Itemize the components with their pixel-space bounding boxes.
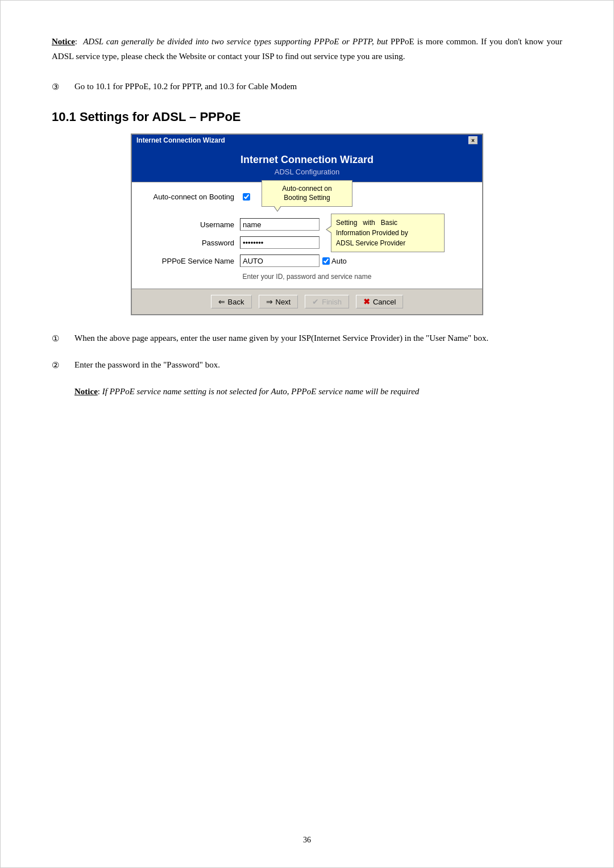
step1-num: ① (52, 331, 74, 345)
bottom-notice: Notice: If PPPoE service name setting is… (74, 385, 562, 398)
back-button[interactable]: ⇐ Back (211, 295, 252, 308)
callout-auto-text: Auto-connect onBooting Setting (282, 185, 331, 202)
next-button[interactable]: ⇒ Next (259, 295, 298, 308)
step2-text: Enter the password in the "Password" box… (74, 358, 562, 372)
wizard-header: Internet Connection Wizard ADSL Configur… (132, 146, 482, 182)
wizard-close-button[interactable]: × (468, 136, 478, 144)
username-input[interactable] (240, 218, 320, 231)
back-label: Back (228, 298, 244, 306)
notice2-label: Notice (74, 387, 98, 396)
notice2-italic: If PPPoE service name setting is not sel… (102, 387, 420, 396)
step1-item: ① When the above page appears, enter the… (52, 331, 562, 345)
password-input[interactable] (240, 236, 320, 249)
finish-button[interactable]: ✔ Finish (305, 295, 349, 308)
wizard-dialog: Internet Connection Wizard × Internet Co… (131, 133, 483, 315)
wizard-hint: Enter your ID, password and service name (149, 273, 465, 281)
auto-label: Auto (331, 257, 347, 265)
password-label: Password (149, 239, 240, 247)
step1-text: When the above page appears, enter the u… (74, 331, 562, 345)
step3-num: ③ (52, 80, 74, 94)
page: Notice: ADSL can generally be divided in… (0, 0, 614, 868)
finish-icon: ✔ (312, 297, 319, 306)
next-icon: ⇒ (266, 297, 273, 306)
service-name-input[interactable] (240, 254, 320, 267)
cancel-icon: ✖ (363, 297, 370, 306)
finish-label: Finish (322, 298, 342, 306)
wizard-titlebar: Internet Connection Wizard × (132, 135, 482, 146)
username-row: Username Setting with BasicInformation P… (149, 218, 465, 231)
step3-item: ③ Go to 10.1 for PPPoE, 10.2 for PPTP, a… (52, 80, 562, 94)
callout-auto: Auto-connect onBooting Setting (262, 180, 352, 207)
step2-num: ② (52, 358, 74, 372)
callout-basic: Setting with BasicInformation Provided b… (331, 214, 445, 252)
autoconnect-row: Auto-connect on Booting Auto-connect onB… (149, 193, 465, 201)
notice-label: Notice (52, 37, 75, 46)
username-label: Username (149, 220, 240, 229)
wizard-body: Auto-connect on Booting Auto-connect onB… (132, 182, 482, 289)
step3-text: Go to 10.1 for PPPoE, 10.2 for PPTP, and… (74, 80, 562, 93)
wizard-header-sub: ADSL Configuration (132, 168, 482, 176)
autoconnect-label: Auto-connect on Booting (149, 193, 240, 201)
section-heading: 10.1 Settings for ADSL – PPPoE (52, 110, 562, 124)
cancel-label: Cancel (373, 298, 396, 306)
auto-checkbox[interactable] (322, 257, 330, 265)
cancel-button[interactable]: ✖ Cancel (356, 295, 403, 308)
notice-italic-text: ADSL can generally be divided into two s… (83, 37, 388, 46)
page-number: 36 (1, 836, 613, 845)
next-label: Next (276, 298, 291, 306)
callout-basic-text: Setting with BasicInformation Provided b… (336, 219, 408, 247)
back-icon: ⇐ (218, 297, 225, 306)
wizard-footer: ⇐ Back ⇒ Next ✔ Finish ✖ Cancel (132, 289, 482, 314)
wizard-header-title: Internet Connection Wizard (132, 154, 482, 166)
step2-item: ② Enter the password in the "Password" b… (52, 358, 562, 372)
autoconnect-checkbox[interactable] (243, 193, 250, 201)
service-name-label: PPPoE Service Name (149, 257, 240, 265)
service-name-row: PPPoE Service Name Auto (149, 254, 465, 267)
wizard-title: Internet Connection Wizard (136, 136, 225, 144)
top-notice: Notice: ADSL can generally be divided in… (52, 35, 562, 64)
